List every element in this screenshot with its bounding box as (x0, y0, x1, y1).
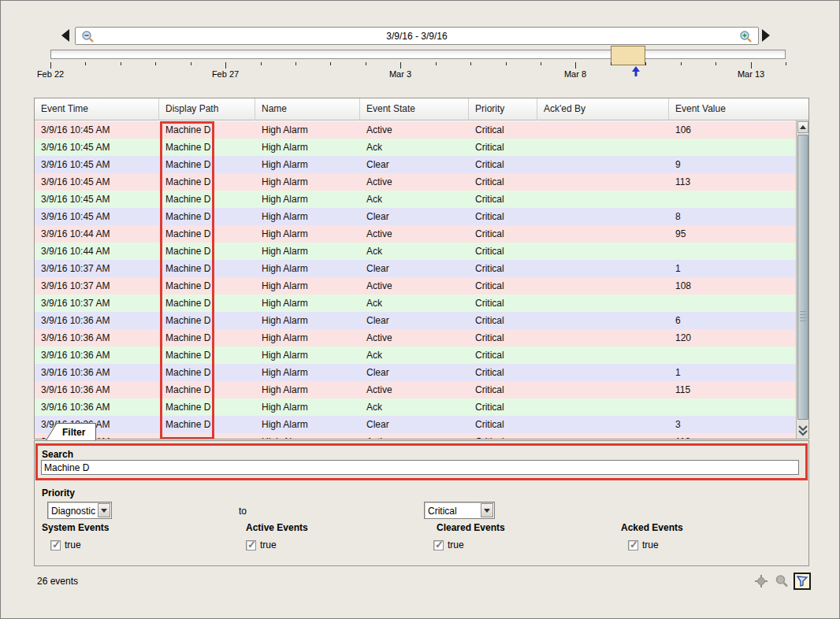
column-header-name[interactable]: Name (255, 98, 360, 120)
table-row[interactable]: 3/9/16 10:45 AM Machine D High Alarm Cle… (35, 208, 796, 225)
cell-event-state: Active (360, 277, 469, 295)
funnel-icon (796, 575, 808, 587)
cell-event-time: 3/9/16 10:45 AM (35, 121, 159, 139)
cell-display-path: Machine D (159, 312, 255, 329)
scrollbar-thumb[interactable] (797, 135, 808, 420)
priority-to-dropdown[interactable]: Critical (424, 502, 495, 519)
filter-funnel-button[interactable] (794, 573, 811, 590)
table-row[interactable]: 3/9/16 10:45 AM Machine D High Alarm Act… (35, 121, 796, 139)
scroll-to-bottom-chevrons-icon[interactable] (797, 424, 808, 437)
cell-acked-by (537, 277, 669, 295)
cell-priority: Critical (469, 243, 537, 260)
zoom-mode-magnifier-icon[interactable] (775, 574, 789, 588)
cell-display-path: Machine D (159, 364, 255, 381)
cell-acked-by (537, 121, 669, 139)
checkbox-checked-icon[interactable] (50, 540, 61, 550)
zoom-out-icon[interactable] (81, 30, 95, 43)
table-row[interactable]: 3/9/16 10:45 AM Machine D High Alarm Ack… (35, 139, 796, 156)
column-header-event-time[interactable]: Event Time (35, 98, 159, 120)
cell-event-state: Clear (360, 416, 469, 433)
column-header-priority[interactable]: Priority (469, 98, 537, 120)
cell-priority: Critical (469, 156, 537, 173)
cell-event-value: 113 (669, 173, 796, 191)
table-row[interactable]: 3/9/16 10:36 AM Machine D High Alarm Ack… (35, 398, 796, 416)
system-events-checkbox[interactable]: true (50, 539, 81, 550)
cell-display-path: Machine D (159, 295, 255, 312)
dropdown-arrow-icon[interactable] (481, 503, 493, 517)
cell-priority: Critical (469, 277, 537, 295)
cell-event-state: Ack (360, 139, 469, 156)
cell-name: High Alarm (255, 295, 360, 312)
cell-priority: Critical (469, 364, 537, 381)
cell-priority: Critical (469, 329, 537, 347)
cell-event-value: 1 (669, 364, 796, 381)
column-header-event-state[interactable]: Event State (360, 98, 469, 120)
table-row[interactable]: 3/9/16 10:36 AM Machine D High Alarm Act… (35, 381, 796, 398)
table-row[interactable]: 3/9/16 10:36 AM Machine D High Alarm Act… (35, 329, 796, 347)
table-row[interactable]: 3/9/16 10:44 AM Machine D High Alarm Act… (35, 225, 796, 243)
acked-events-checkbox[interactable]: true (628, 539, 659, 550)
checkbox-checked-icon[interactable] (628, 540, 638, 550)
table-row[interactable]: 3/9/16 10:37 AM Machine D High Alarm Act… (35, 277, 796, 295)
cleared-events-checkbox[interactable]: true (433, 539, 464, 550)
column-header-display-path[interactable]: Display Path (159, 98, 255, 120)
column-header-event-value[interactable]: Event Value (669, 98, 797, 120)
prev-range-arrow-button[interactable] (61, 29, 69, 42)
table-row[interactable]: 3/9/16 10:36 AM Machine D High Alarm Act… (35, 433, 796, 439)
table-row[interactable]: 3/9/16 10:45 AM Machine D High Alarm Ack… (35, 191, 796, 208)
cell-name: High Alarm (255, 191, 360, 208)
next-range-arrow-button[interactable] (762, 29, 770, 42)
date-range-field[interactable]: 3/9/16 - 3/9/16 (75, 27, 759, 45)
table-row[interactable]: 3/9/16 10:45 AM Machine D High Alarm Cle… (35, 156, 796, 173)
scroll-up-button[interactable] (797, 121, 808, 133)
vertical-scrollbar[interactable] (796, 120, 808, 439)
table-row[interactable]: 3/9/16 10:36 AM Machine D High Alarm Cle… (35, 312, 796, 329)
table-row[interactable]: 3/9/16 10:36 AM Machine D High Alarm Ack… (35, 347, 796, 364)
event-table: Event Time Display Path Name Event State… (34, 98, 809, 439)
acked-events-label: Acked Events (621, 522, 683, 533)
cell-event-value: 108 (669, 277, 796, 295)
timeline-selection-handle[interactable] (611, 46, 645, 65)
cell-name: High Alarm (255, 381, 360, 398)
timeline-track[interactable] (50, 50, 786, 59)
checkbox-checked-icon[interactable] (433, 540, 444, 550)
dropdown-arrow-icon[interactable] (98, 503, 110, 517)
cell-event-time: 3/9/16 10:37 AM (35, 295, 159, 312)
cell-event-value (669, 347, 796, 364)
cell-priority: Critical (469, 191, 537, 208)
pan-target-icon[interactable] (754, 574, 768, 588)
table-body: 3/9/16 10:45 AM Machine D High Alarm Act… (35, 121, 796, 439)
priority-label: Priority (42, 487, 75, 499)
table-row[interactable]: 3/9/16 10:36 AM Machine D High Alarm Cle… (35, 416, 796, 433)
cell-acked-by (537, 347, 669, 364)
cell-event-time: 3/9/16 10:36 AM (35, 364, 159, 381)
cell-name: High Alarm (255, 347, 360, 364)
cell-display-path: Machine D (159, 329, 255, 347)
cell-acked-by (537, 191, 669, 208)
priority-from-dropdown[interactable]: Diagnostic (47, 502, 112, 519)
table-row[interactable]: 3/9/16 10:36 AM Machine D High Alarm Cle… (35, 364, 796, 381)
cell-acked-by (537, 139, 669, 156)
cell-priority: Critical (469, 121, 537, 139)
table-row[interactable]: 3/9/16 10:37 AM Machine D High Alarm Ack… (35, 295, 796, 312)
table-row[interactable]: 3/9/16 10:45 AM Machine D High Alarm Act… (35, 173, 796, 191)
cell-name: High Alarm (255, 364, 360, 381)
search-input[interactable] (41, 460, 799, 475)
cell-acked-by (537, 416, 669, 433)
cell-event-time: 3/9/16 10:36 AM (35, 347, 159, 364)
cell-priority: Critical (469, 416, 537, 433)
zoom-in-icon[interactable] (739, 30, 753, 43)
thumb-grip-icon (800, 311, 806, 322)
table-row[interactable]: 3/9/16 10:44 AM Machine D High Alarm Ack… (35, 243, 796, 260)
search-label: Search (42, 449, 73, 460)
event-count-label: 26 events (37, 576, 78, 587)
checkbox-checked-icon[interactable] (246, 540, 256, 550)
filter-tab[interactable]: Filter (46, 423, 96, 441)
cell-event-state: Clear (360, 208, 469, 225)
active-events-checkbox[interactable]: true (246, 539, 277, 550)
cell-name: High Alarm (255, 433, 360, 439)
checkbox-value-label: true (260, 539, 277, 550)
cell-display-path: Machine D (159, 243, 255, 260)
table-row[interactable]: 3/9/16 10:37 AM Machine D High Alarm Cle… (35, 260, 796, 277)
column-header-acked-by[interactable]: Ack'ed By (537, 98, 669, 120)
